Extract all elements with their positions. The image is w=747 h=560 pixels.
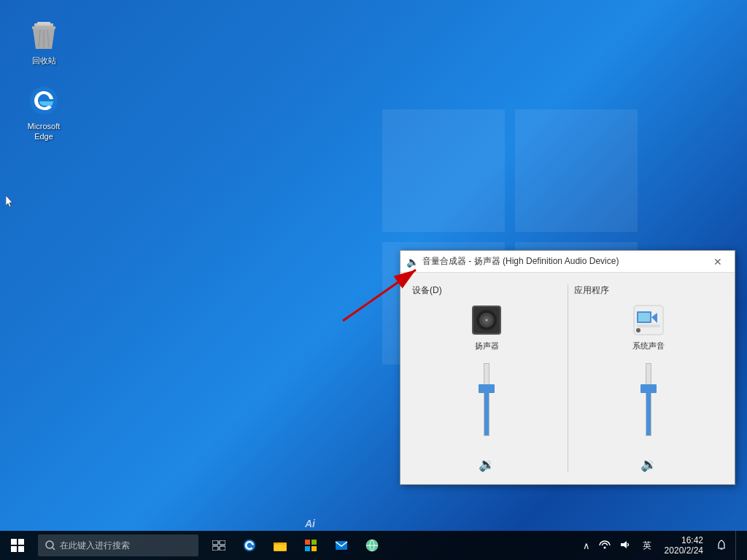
mouse-cursor bbox=[6, 195, 15, 209]
clock-date: 2020/2/24 bbox=[665, 545, 703, 556]
clock-time: 16:42 bbox=[681, 535, 703, 545]
speaker-slider-track bbox=[484, 363, 489, 436]
recycle-bin-label: 回收站 bbox=[32, 55, 56, 66]
speaker-icon-container bbox=[469, 303, 504, 338]
system-sound-mute-icon[interactable]: 🔉 bbox=[640, 456, 657, 472]
svg-point-10 bbox=[30, 87, 58, 114]
speaker-slider-thumb[interactable] bbox=[479, 384, 495, 393]
volume-icon-button[interactable] bbox=[616, 540, 634, 552]
close-button[interactable]: ✕ bbox=[707, 251, 729, 273]
app-section-label: 应用程序 bbox=[574, 284, 609, 297]
clock-button[interactable]: 16:42 2020/2/24 bbox=[660, 531, 708, 560]
speaker-mute-icon[interactable]: 🔉 bbox=[479, 456, 495, 472]
svg-line-31 bbox=[53, 548, 55, 550]
volume-icon bbox=[619, 540, 631, 552]
svg-rect-32 bbox=[212, 540, 218, 545]
svg-rect-29 bbox=[18, 546, 24, 552]
svg-rect-28 bbox=[11, 546, 17, 552]
svg-rect-25 bbox=[637, 324, 660, 327]
svg-marker-47 bbox=[621, 541, 627, 548]
system-sound-slider-thumb[interactable] bbox=[640, 384, 657, 393]
input-lang-button[interactable]: 英 bbox=[637, 540, 657, 552]
taskbar-explorer-button[interactable] bbox=[266, 531, 295, 560]
volume-mixer-window: 🔈 音量合成器 - 扬声器 (High Definition Audio Dev… bbox=[400, 250, 735, 485]
svg-rect-42 bbox=[311, 546, 317, 551]
network-icon-button[interactable] bbox=[596, 540, 614, 552]
speaker-slider-fill bbox=[484, 389, 489, 435]
show-desktop-button[interactable] bbox=[735, 531, 741, 560]
system-sound-label: 系统声音 bbox=[632, 341, 665, 351]
svg-point-46 bbox=[603, 546, 605, 548]
taskbar-edge-button[interactable] bbox=[235, 531, 264, 560]
notification-button[interactable] bbox=[711, 531, 732, 560]
titlebar-speaker-icon: 🔈 bbox=[406, 256, 418, 268]
volume-sections: 设备(D) 扬声器 bbox=[412, 284, 723, 472]
ai-label: Ai bbox=[305, 518, 315, 529]
desktop: 回收站 MicrosoftEdge bbox=[0, 0, 747, 560]
app-section: 应用程序 系统声音 bbox=[574, 284, 724, 472]
taskbar-globe-button[interactable] bbox=[357, 531, 387, 560]
start-button[interactable] bbox=[0, 531, 35, 560]
svg-rect-35 bbox=[220, 546, 225, 551]
chevron-up-icon: ∧ bbox=[583, 540, 590, 551]
tray-expand-button[interactable]: ∧ bbox=[580, 540, 593, 551]
lang-label: 英 bbox=[640, 540, 654, 552]
device-section: 设备(D) 扬声器 bbox=[412, 284, 562, 472]
svg-rect-41 bbox=[305, 546, 310, 551]
svg-rect-33 bbox=[220, 540, 225, 545]
svg-rect-1 bbox=[515, 109, 638, 232]
edge-icon bbox=[26, 83, 61, 118]
edge-label: MicrosoftEdge bbox=[28, 121, 61, 142]
svg-rect-27 bbox=[18, 539, 24, 545]
taskbar: ∧ bbox=[0, 531, 747, 560]
window-title: 音量合成器 - 扬声器 (High Definition Audio Devic… bbox=[422, 255, 707, 268]
device-section-label: 设备(D) bbox=[412, 284, 442, 297]
network-icon bbox=[599, 540, 611, 552]
svg-point-24 bbox=[636, 328, 640, 332]
speaker-volume-slider[interactable] bbox=[472, 360, 501, 448]
desktop-icon-recycle-bin[interactable]: 回收站 bbox=[15, 15, 73, 69]
search-input[interactable] bbox=[60, 540, 191, 551]
taskbar-search-box[interactable] bbox=[38, 534, 198, 556]
svg-point-19 bbox=[486, 319, 487, 321]
system-tray: ∧ bbox=[574, 531, 747, 560]
window-body: 设备(D) 扬声器 bbox=[400, 273, 735, 484]
svg-rect-34 bbox=[212, 546, 218, 551]
svg-rect-6 bbox=[32, 26, 55, 29]
svg-rect-0 bbox=[382, 109, 505, 232]
system-sound-icon-container bbox=[631, 303, 666, 338]
svg-rect-43 bbox=[336, 541, 347, 550]
svg-rect-40 bbox=[311, 540, 317, 545]
svg-rect-5 bbox=[37, 22, 50, 25]
svg-rect-22 bbox=[638, 313, 650, 322]
speaker-label: 扬声器 bbox=[475, 341, 499, 351]
section-divider bbox=[568, 284, 568, 472]
task-view-button[interactable] bbox=[204, 531, 233, 560]
recycle-bin-icon bbox=[26, 18, 61, 52]
svg-rect-38 bbox=[274, 545, 286, 551]
system-sound-slider-track bbox=[646, 363, 651, 436]
taskbar-mail-button[interactable] bbox=[327, 531, 356, 560]
svg-point-30 bbox=[46, 541, 53, 548]
system-sound-volume-slider[interactable] bbox=[634, 360, 663, 448]
desktop-icon-edge[interactable]: MicrosoftEdge bbox=[15, 80, 73, 145]
svg-rect-39 bbox=[305, 540, 310, 545]
window-titlebar: 🔈 音量合成器 - 扬声器 (High Definition Audio Dev… bbox=[400, 251, 735, 273]
taskbar-store-button[interactable] bbox=[296, 531, 325, 560]
taskbar-app-icons bbox=[204, 531, 387, 560]
system-sound-slider-fill bbox=[646, 389, 651, 435]
svg-rect-26 bbox=[11, 539, 17, 545]
